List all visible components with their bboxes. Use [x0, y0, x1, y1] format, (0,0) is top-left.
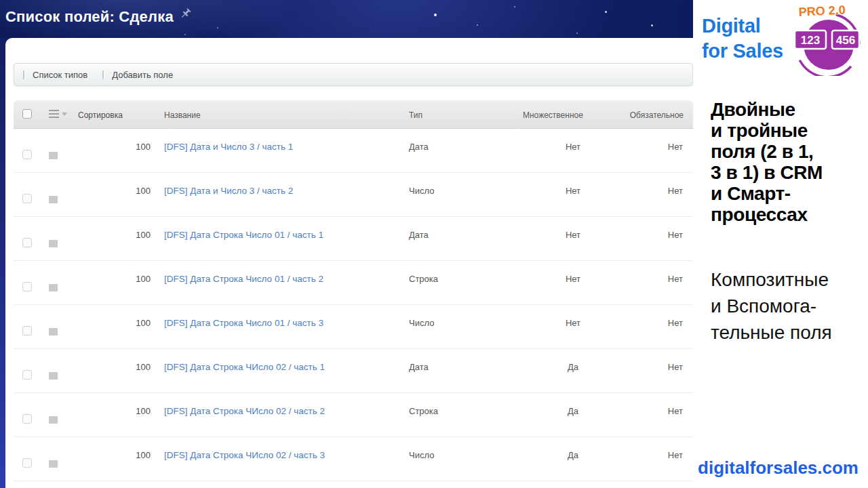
column-header-name[interactable]: Название — [153, 100, 403, 128]
row-icon-cell — [41, 349, 68, 392]
row-checkbox[interactable] — [22, 326, 32, 336]
star — [514, 6, 515, 7]
toolbar-separator — [102, 70, 104, 79]
sort-value: 100 — [68, 349, 153, 392]
row-icon-cell — [41, 129, 68, 172]
field-square-icon — [49, 240, 58, 247]
list-types-button[interactable]: Список типов — [31, 70, 97, 80]
field-name-link[interactable]: [DFS] Дата и Число 3 / часть 1 — [164, 142, 293, 152]
chevron-down-icon — [62, 113, 67, 119]
field-multiple: Нет — [519, 217, 627, 260]
field-square-icon — [49, 460, 58, 468]
field-name-link[interactable]: [DFS] Дата Строка Число 01 / часть 1 — [164, 230, 323, 240]
field-multiple: Да — [519, 437, 627, 481]
add-field-button[interactable]: Добавить поле — [111, 70, 182, 80]
header-menu-cell — [41, 100, 68, 128]
page-header: Список полей: Сделка — [0, 0, 693, 38]
column-header-multiple[interactable]: Множественное — [519, 100, 627, 128]
field-type: Строка — [403, 393, 519, 436]
field-multiple: Нет — [519, 129, 627, 172]
row-icon-cell — [41, 393, 68, 436]
row-checkbox-cell — [14, 261, 41, 304]
header-checkbox-cell — [14, 100, 41, 128]
hamburger-icon — [49, 110, 59, 111]
pin-icon[interactable] — [178, 7, 193, 22]
field-type: Число — [403, 437, 519, 481]
field-required: Нет — [627, 217, 693, 260]
field-required: Нет — [627, 349, 693, 392]
brand-logo-line1: Digital — [702, 15, 761, 37]
table-row: 100 [DFS] Дата Строка Число 01 / часть 3… — [14, 305, 693, 349]
fields-table: Сортировка Название Тип Множественное Об… — [14, 100, 693, 488]
sidebar: Digital for Sales 123 456 PRO 2.0 Двойны… — [693, 0, 868, 488]
brand-logo-line2: for Sales — [702, 40, 783, 62]
table-row: 100 [DFS] Дата Строка Число 01 / часть 1… — [14, 217, 693, 261]
field-required: Нет — [627, 305, 693, 348]
field-name-link[interactable]: [DFS] Дата Строка ЧИсло 02 / часть 1 — [164, 362, 325, 372]
pro-badge: 123 456 PRO 2.0 — [788, 0, 866, 76]
field-required: Нет — [627, 393, 693, 436]
row-checkbox[interactable] — [22, 238, 32, 247]
table-body: 100 [DFS] Дата и Число 3 / часть 1 Дата … — [14, 129, 693, 481]
app: Список полей: Сделка — [0, 0, 868, 488]
row-checkbox[interactable] — [22, 370, 32, 380]
table-row: 100 [DFS] Дата Строка ЧИсло 02 / часть 1… — [14, 349, 693, 393]
star — [217, 27, 218, 28]
row-checkbox-cell — [14, 437, 41, 481]
field-name-link[interactable]: [DFS] Дата Строка Число 01 / часть 2 — [164, 274, 323, 284]
toolbar: Список типов Добавить поле — [14, 63, 693, 86]
row-checkbox[interactable] — [22, 458, 32, 468]
field-square-icon — [49, 372, 58, 380]
badge-number-456: 456 — [836, 34, 855, 47]
table-header: Сортировка Название Тип Множественное Об… — [14, 100, 693, 129]
field-multiple: Нет — [519, 261, 627, 304]
star — [477, 24, 478, 26]
sort-value: 100 — [68, 217, 153, 260]
column-header-required[interactable]: Обязательное — [627, 100, 693, 128]
star — [184, 34, 186, 35]
brand-logo: Digital for Sales — [702, 14, 783, 64]
field-type: Строка — [403, 261, 519, 304]
star — [651, 24, 653, 26]
field-required: Нет — [627, 261, 693, 304]
row-checkbox[interactable] — [22, 282, 32, 291]
table-row: 100 [DFS] Дата Строка Число 01 / часть 2… — [14, 261, 693, 305]
field-name-link[interactable]: [DFS] Дата Строка ЧИсло 02 / часть 3 — [164, 450, 325, 460]
website-link[interactable]: digitalforsales.com — [698, 458, 859, 479]
field-name-link[interactable]: [DFS] Дата и Число 3 / часть 2 — [164, 186, 293, 196]
row-checkbox-cell — [14, 349, 41, 392]
sort-value: 100 — [68, 173, 153, 216]
field-multiple: Нет — [519, 305, 627, 348]
field-type: Дата — [403, 129, 519, 172]
field-name-link[interactable]: [DFS] Дата Строка ЧИсло 02 / часть 2 — [164, 406, 325, 416]
row-checkbox-cell — [14, 129, 41, 172]
column-header-type[interactable]: Тип — [403, 100, 519, 128]
content-card: Список типов Добавить поле Сортировк — [5, 38, 693, 488]
field-square-icon — [49, 284, 58, 291]
select-all-checkbox[interactable] — [22, 109, 32, 119]
row-checkbox-cell — [14, 173, 41, 216]
field-square-icon — [49, 328, 58, 336]
row-checkbox-cell — [14, 393, 41, 436]
table-row: 100 [DFS] Дата Строка ЧИсло 02 / часть 2… — [14, 393, 693, 437]
row-checkbox[interactable] — [22, 150, 32, 159]
column-header-sort[interactable]: Сортировка — [68, 100, 153, 128]
promo-heading: Двойныеи тройныеполя (2 в 1,3 в 1) в CRM… — [711, 99, 823, 225]
field-square-icon — [49, 152, 58, 159]
row-icon-cell — [41, 261, 68, 304]
field-type: Дата — [403, 217, 519, 260]
field-name-link[interactable]: [DFS] Дата Строка Число 01 / часть 3 — [164, 318, 323, 328]
field-multiple: Да — [519, 393, 627, 436]
table-row: 100 [DFS] Дата Строка ЧИсло 02 / часть 3… — [14, 437, 693, 481]
sort-value: 100 — [68, 437, 153, 481]
star — [605, 11, 607, 13]
badge-number-123: 123 — [801, 34, 820, 47]
table-row: 100 [DFS] Дата и Число 3 / часть 2 Число… — [14, 173, 693, 217]
grid-settings-icon[interactable] — [49, 110, 66, 118]
row-checkbox[interactable] — [22, 194, 32, 203]
field-type: Число — [403, 173, 519, 216]
sort-value: 100 — [68, 129, 153, 172]
row-checkbox[interactable] — [22, 414, 32, 424]
star — [576, 33, 578, 34]
row-icon-cell — [41, 437, 68, 481]
